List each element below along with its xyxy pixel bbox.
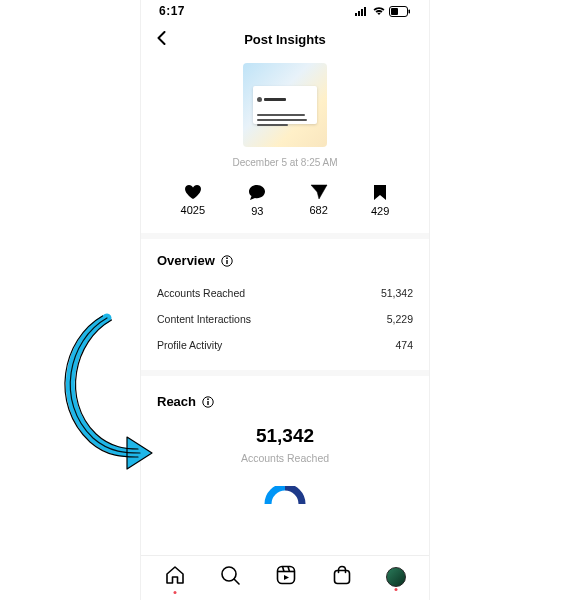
overview-row-interactions[interactable]: Content Interactions 5,229 [157, 306, 413, 332]
svg-rect-6 [409, 9, 411, 13]
row-label: Content Interactions [157, 313, 251, 325]
likes-count: 4025 [181, 204, 205, 216]
svg-line-14 [234, 579, 239, 584]
status-time: 6:17 [159, 4, 185, 18]
svg-rect-5 [391, 8, 398, 15]
shop-icon [331, 564, 353, 586]
donut-chart-icon [264, 486, 306, 504]
info-icon [221, 255, 233, 267]
back-button[interactable] [155, 31, 169, 49]
row-value: 5,229 [387, 313, 413, 325]
overview-info-button[interactable] [221, 255, 233, 267]
stat-likes[interactable]: 4025 [181, 184, 205, 217]
stat-comments[interactable]: 93 [248, 184, 266, 217]
stat-shares[interactable]: 682 [309, 184, 327, 217]
status-icons [355, 6, 411, 17]
post-preview: December 5 at 8:25 AM [141, 59, 429, 182]
content-area[interactable]: December 5 at 8:25 AM 4025 93 682 429 O [141, 59, 429, 555]
overview-section: Overview Accounts Reached 51,342 Content… [141, 239, 429, 376]
battery-icon [389, 6, 411, 17]
post-date: December 5 at 8:25 AM [232, 157, 337, 168]
phone-screen: 6:17 Post Insights December 5 at 8:25 AM [140, 0, 430, 600]
stat-saves[interactable]: 429 [371, 184, 389, 217]
nav-search[interactable] [219, 564, 241, 590]
row-label: Profile Activity [157, 339, 222, 351]
reels-icon [275, 564, 297, 586]
nav-home[interactable] [164, 564, 186, 590]
svg-rect-11 [207, 401, 208, 405]
page-header: Post Insights [141, 22, 429, 59]
svg-point-9 [226, 257, 228, 259]
reach-header: Reach [157, 394, 413, 409]
heart-icon [184, 184, 202, 200]
reach-section: Reach 51,342 Accounts Reached [141, 376, 429, 514]
wifi-icon [372, 6, 386, 16]
svg-rect-8 [226, 260, 227, 264]
nav-profile[interactable] [386, 567, 406, 587]
page-title: Post Insights [244, 32, 326, 47]
notification-dot [173, 591, 176, 594]
saves-count: 429 [371, 205, 389, 217]
reach-caption: Accounts Reached [157, 452, 413, 464]
overview-title: Overview [157, 253, 215, 268]
nav-shop[interactable] [331, 564, 353, 590]
reach-number: 51,342 [157, 425, 413, 447]
overview-row-profile[interactable]: Profile Activity 474 [157, 332, 413, 358]
reach-donut [157, 486, 413, 504]
svg-rect-0 [355, 13, 357, 16]
post-thumbnail[interactable] [243, 63, 327, 147]
notification-dot [395, 588, 398, 591]
svg-rect-1 [358, 11, 360, 16]
home-icon [164, 564, 186, 586]
stats-row: 4025 93 682 429 [141, 182, 429, 239]
svg-point-12 [207, 398, 209, 400]
svg-rect-2 [361, 9, 363, 16]
comment-icon [248, 184, 266, 201]
reach-title: Reach [157, 394, 196, 409]
comments-count: 93 [251, 205, 263, 217]
row-label: Accounts Reached [157, 287, 245, 299]
svg-rect-15 [277, 567, 294, 584]
svg-rect-3 [364, 7, 366, 16]
info-icon [202, 396, 214, 408]
send-icon [310, 184, 328, 200]
search-icon [219, 564, 241, 586]
row-value: 51,342 [381, 287, 413, 299]
bookmark-icon [373, 184, 387, 201]
overview-row-reached[interactable]: Accounts Reached 51,342 [157, 280, 413, 306]
thumbnail-card [253, 86, 317, 124]
row-value: 474 [395, 339, 413, 351]
svg-rect-19 [334, 571, 349, 584]
bottom-nav [141, 555, 429, 600]
avatar-icon [386, 567, 406, 587]
status-bar: 6:17 [141, 0, 429, 22]
overview-header: Overview [157, 253, 413, 268]
signal-icon [355, 6, 369, 16]
nav-reels[interactable] [275, 564, 297, 590]
chevron-left-icon [155, 31, 169, 45]
shares-count: 682 [309, 204, 327, 216]
reach-info-button[interactable] [202, 396, 214, 408]
